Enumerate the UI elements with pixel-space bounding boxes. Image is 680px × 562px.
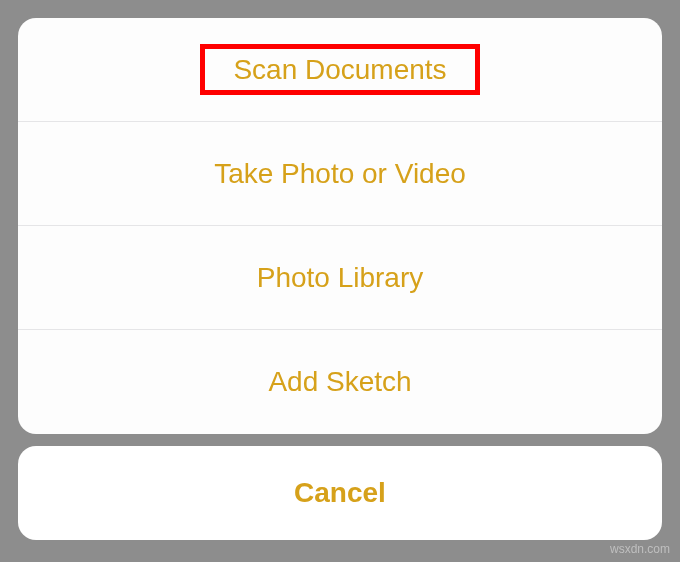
option-label: Scan Documents [233,54,446,86]
option-label: Take Photo or Video [214,158,466,190]
cancel-button[interactable]: Cancel [18,446,662,540]
action-sheet: Scan Documents Take Photo or Video Photo… [18,18,662,540]
option-label: Photo Library [257,262,424,294]
action-sheet-options: Scan Documents Take Photo or Video Photo… [18,18,662,434]
option-add-sketch[interactable]: Add Sketch [18,330,662,434]
watermark: wsxdn.com [610,542,670,556]
option-photo-library[interactable]: Photo Library [18,226,662,330]
cancel-label: Cancel [294,477,386,509]
option-scan-documents[interactable]: Scan Documents [18,18,662,122]
option-take-photo-or-video[interactable]: Take Photo or Video [18,122,662,226]
option-label: Add Sketch [268,366,411,398]
